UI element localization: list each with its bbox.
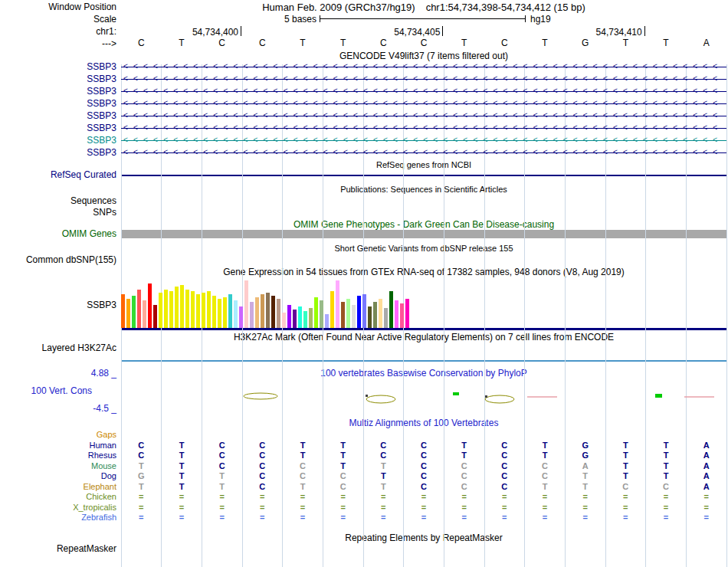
gtex-expression-bar[interactable] <box>261 294 264 328</box>
species-label[interactable]: X_tropicalis <box>0 503 116 513</box>
gtex-expression-bar[interactable] <box>309 308 313 328</box>
gtex-expression-bar[interactable] <box>336 280 339 328</box>
gencode-gene-label[interactable]: SSBP3 <box>0 62 116 72</box>
gtex-expression-bar[interactable] <box>320 300 323 328</box>
gtex-expression-bar[interactable] <box>223 297 227 328</box>
gencode-gene-model[interactable]: <<<<<<<<<<<<<<<<<<<<<<<<<<<<<<<<<<<<<<<<… <box>121 148 726 158</box>
gtex-expression-bar[interactable] <box>191 291 195 328</box>
gencode-gene-model[interactable]: <<<<<<<<<<<<<<<<<<<<<<<<<<<<<<<<<<<<<<<<… <box>121 111 726 121</box>
gtex-expression-bar[interactable] <box>373 302 377 328</box>
gtex-expression-bar[interactable] <box>271 296 275 328</box>
gtex-expression-bar[interactable] <box>153 305 157 328</box>
gencode-gene-label[interactable]: SSBP3 <box>0 99 116 109</box>
h3k27ac-track-title[interactable]: H3K27Ac Mark (Often Found Near Active Re… <box>121 333 726 342</box>
species-label[interactable]: Mouse <box>0 461 116 471</box>
gtex-expression-bar[interactable] <box>126 299 130 328</box>
gtex-expression-bar[interactable] <box>218 299 221 328</box>
gtex-expression-bar[interactable] <box>405 299 409 328</box>
gtex-expression-bar[interactable] <box>148 284 152 328</box>
species-label[interactable]: Chicken <box>0 492 116 502</box>
omim-genes-label[interactable]: OMIM Genes <box>0 229 116 239</box>
gtex-expression-bar[interactable] <box>298 306 302 328</box>
gtex-expression-bar[interactable] <box>121 294 125 328</box>
gtex-expression-bar[interactable] <box>175 287 179 328</box>
species-label[interactable]: Rhesus <box>0 451 116 460</box>
gtex-expression-bar[interactable] <box>169 291 173 328</box>
gtex-expression-bar[interactable] <box>389 291 393 328</box>
gtex-expression-bar[interactable] <box>185 290 189 328</box>
gtex-expression-bar[interactable] <box>303 311 307 328</box>
dbsnp-track-title[interactable]: Short Genetic Variants from dbSNP releas… <box>121 244 726 254</box>
gtex-expression-bar[interactable] <box>314 297 318 328</box>
gtex-expression-bar[interactable] <box>228 294 232 328</box>
refseq-curated-gene-line[interactable] <box>121 175 726 176</box>
gtex-expression-bar[interactable] <box>341 302 345 328</box>
gtex-expression-bar[interactable] <box>346 299 350 328</box>
gencode-gene-label[interactable]: SSBP3 <box>0 123 116 133</box>
gtex-expression-bar[interactable] <box>287 305 291 328</box>
repeatmasker-track-title[interactable]: Repeating Elements by RepeatMasker <box>121 533 726 543</box>
gtex-expression-bar[interactable] <box>255 297 259 328</box>
species-label[interactable]: Zebrafish <box>0 513 116 523</box>
gtex-expression-bar[interactable] <box>250 302 254 328</box>
dbsnp-track-label[interactable]: Common dbSNP(155) <box>0 255 116 265</box>
gtex-expression-bar[interactable] <box>159 293 162 328</box>
gtex-expression-bar[interactable] <box>244 280 248 328</box>
h3k27ac-signal-line[interactable] <box>121 360 726 362</box>
gencode-gene-label[interactable]: SSBP3 <box>0 87 116 97</box>
gtex-expression-bar[interactable] <box>234 300 238 328</box>
gtex-expression-bar[interactable] <box>282 313 286 328</box>
gtex-expression-bar[interactable] <box>293 310 297 328</box>
h3k27ac-track-label[interactable]: Layered H3K27Ac <box>0 343 116 353</box>
gencode-gene-label[interactable]: SSBP3 <box>0 74 116 84</box>
omim-track-title[interactable]: OMIM Gene Phenotypes - Dark Green Can Be… <box>121 220 726 230</box>
gencode-gene-model[interactable]: <<<<<<<<<<<<<<<<<<<<<<<<<<<<<<<<<<<<<<<<… <box>121 99 726 109</box>
gtex-expression-bar[interactable] <box>207 291 211 328</box>
gtex-expression-bar[interactable] <box>239 306 243 328</box>
gtex-expression-bar[interactable] <box>362 294 366 328</box>
gtex-track-title[interactable]: Gene Expression in 54 tissues from GTEx … <box>121 267 726 277</box>
species-label[interactable]: Gaps <box>0 430 116 440</box>
species-label[interactable]: Human <box>0 441 116 451</box>
gtex-expression-bar[interactable] <box>384 308 388 328</box>
gtex-expression-bar[interactable] <box>395 300 398 328</box>
gencode-gene-model[interactable]: <<<<<<<<<<<<<<<<<<<<<<<<<<<<<<<<<<<<<<<<… <box>121 87 726 97</box>
snps-track-label[interactable]: SNPs <box>0 208 116 218</box>
gtex-expression-bar[interactable] <box>357 296 361 328</box>
gencode-gene-model[interactable]: <<<<<<<<<<<<<<<<<<<<<<<<<<<<<<<<<<<<<<<<… <box>121 62 726 72</box>
gtex-expression-bar[interactable] <box>164 290 168 328</box>
gtex-expression-bar[interactable] <box>132 296 136 328</box>
gencode-gene-model[interactable]: <<<<<<<<<<<<<<<<<<<<<<<<<<<<<<<<<<<<<<<<… <box>121 136 726 146</box>
gtex-expression-bar[interactable] <box>196 294 200 328</box>
publications-track-title[interactable]: Publications: Sequences in Scientific Ar… <box>121 185 726 195</box>
gencode-gene-label[interactable]: SSBP3 <box>0 148 116 158</box>
gtex-expression-bar[interactable] <box>202 293 205 328</box>
gencode-track-title[interactable]: GENCODE V49lift37 (7 items filtered out) <box>121 51 726 61</box>
gtex-expression-bar[interactable] <box>400 303 404 328</box>
repeatmasker-track-label[interactable]: RepeatMasker <box>0 544 116 554</box>
species-label[interactable]: Elephant <box>0 482 116 492</box>
refseq-track-title[interactable]: RefSeq genes from NCBI <box>121 160 726 170</box>
multiz-track-title[interactable]: Multiz Alignments of 100 Vertebrates <box>121 418 726 428</box>
sequences-track-label[interactable]: Sequences <box>0 196 116 206</box>
gtex-expression-bar[interactable] <box>212 296 216 328</box>
gtex-gene-label[interactable]: SSBP3 <box>0 300 116 310</box>
omim-gene-bar[interactable] <box>121 230 726 238</box>
gencode-gene-model[interactable]: <<<<<<<<<<<<<<<<<<<<<<<<<<<<<<<<<<<<<<<<… <box>121 74 726 84</box>
gencode-gene-model[interactable]: <<<<<<<<<<<<<<<<<<<<<<<<<<<<<<<<<<<<<<<<… <box>121 123 726 133</box>
gtex-expression-bar[interactable] <box>277 299 280 328</box>
gtex-expression-bar[interactable] <box>137 290 141 328</box>
gencode-gene-label[interactable]: SSBP3 <box>0 136 116 146</box>
gtex-expression-bar[interactable] <box>379 299 382 328</box>
phylop-track-label[interactable]: 100 Vert. Cons <box>0 386 92 396</box>
gtex-expression-bar[interactable] <box>266 293 270 328</box>
gtex-expression-bar[interactable] <box>352 305 356 328</box>
gtex-expression-bar[interactable] <box>330 291 334 328</box>
gtex-expression-bar[interactable] <box>143 300 146 328</box>
gtex-expression-bar[interactable] <box>368 306 372 328</box>
gtex-expression-bar[interactable] <box>325 314 329 328</box>
gencode-gene-label[interactable]: SSBP3 <box>0 111 116 121</box>
species-label[interactable]: Dog <box>0 471 116 481</box>
phylop-track-title[interactable]: 100 vertebrates Basewise Conservation by… <box>121 369 726 379</box>
gtex-expression-bar[interactable] <box>180 285 184 328</box>
